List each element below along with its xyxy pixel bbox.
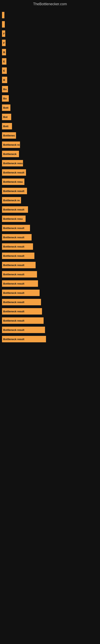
bottleneck-bar: Bott — [2, 104, 10, 111]
bar-row: F — [2, 39, 98, 47]
bottleneck-bar: E — [2, 58, 6, 64]
bar-row: Bottleneck re — [2, 141, 98, 148]
bar-row: Bottleneck resu — [2, 160, 98, 167]
bottleneck-bar — [2, 12, 4, 18]
bar-row: B — [2, 76, 98, 84]
bar-row: Bottleneck result — [2, 280, 98, 288]
bottleneck-bar: Bottleneck result — [2, 336, 46, 342]
bottleneck-bar: Bottleneck result — [2, 188, 27, 194]
bottleneck-bar: Bottleneck result — [2, 206, 28, 213]
bar-row: Bottleneck result — [2, 206, 98, 213]
bar-row: Bottleneck result — [2, 270, 98, 278]
bottleneck-bar: Bottleneck result — [2, 169, 26, 176]
bottleneck-bar: Bottleneck resu — [2, 178, 24, 185]
bar-row: Bottleneck result — [2, 298, 98, 306]
bottleneck-bar: F — [2, 30, 5, 37]
bottleneck-bar: Bott — [2, 123, 12, 130]
bar-row: Bottleneck result — [2, 335, 98, 343]
bottleneck-bar: Bottlenec — [2, 132, 16, 139]
bar-row: B — [2, 48, 98, 56]
bar-row: Bottleneck result — [2, 308, 98, 315]
bar-row: Bo — [2, 85, 98, 93]
bottleneck-bar: Bottleneck result — [2, 225, 30, 231]
bottleneck-bar: Bottleneck result — [2, 262, 36, 268]
bar-row: Bottleneck result — [2, 261, 98, 269]
bar-row: F — [2, 30, 98, 38]
bar-row: Bottleneck result — [2, 289, 98, 297]
bottleneck-bar: Bottleneck result — [2, 252, 34, 259]
bar-row: Bottleneck — [2, 150, 98, 158]
bar-row: Bottleneck result — [2, 252, 98, 260]
bottleneck-bar: F — [2, 40, 6, 46]
bottleneck-bar: Bo — [2, 86, 8, 92]
bar-row — [2, 20, 98, 28]
site-title: TheBottlenecker.com — [0, 0, 100, 7]
bar-row: Bottleneck result — [2, 169, 98, 176]
bottleneck-bar: Bottleneck re — [2, 142, 20, 148]
bar-row: Bottleneck result — [2, 326, 98, 334]
bar-row: Bottleneck result — [2, 234, 98, 241]
bottleneck-bar: B — [2, 49, 6, 55]
bar-row: E — [2, 67, 98, 74]
bottleneck-bar: B — [2, 77, 7, 83]
bar-row: Bottleneck resu — [2, 178, 98, 186]
bottleneck-bar: Bottleneck — [2, 151, 19, 157]
bar-row: Bottleneck result — [2, 317, 98, 324]
bottleneck-bar: Bottleneck result — [2, 234, 32, 240]
bar-row: E — [2, 58, 98, 65]
bar-row: Bottleneck re — [2, 196, 98, 204]
bottleneck-bar: Bottleneck result — [2, 327, 45, 333]
bottleneck-bar: Bottleneck resu — [2, 160, 23, 166]
bottleneck-bar: Bottleneck result — [2, 271, 37, 278]
bottleneck-bar: Bottleneck result — [2, 317, 44, 324]
bottleneck-bar: Bottleneck result — [2, 243, 33, 250]
bar-row: Bottlenec — [2, 132, 98, 139]
bottleneck-bar: Bottleneck result — [2, 290, 40, 296]
bar-row: Bottleneck resu — [2, 215, 98, 222]
bottleneck-bar: Bo — [2, 95, 9, 102]
bar-row: Bot — [2, 113, 98, 121]
bars-container: FFBEEBBoBoBottBotBottBottlenecBottleneck… — [0, 7, 100, 348]
bar-row: Bo — [2, 94, 98, 102]
bottleneck-bar: E — [2, 68, 7, 74]
bar-row: Bottleneck result — [2, 224, 98, 232]
bottleneck-bar: Bottleneck result — [2, 299, 41, 305]
bar-row: Bott — [2, 122, 98, 130]
bar-row — [2, 11, 98, 19]
bar-row: Bottleneck result — [2, 187, 98, 195]
bottleneck-bar: Bot — [2, 114, 11, 120]
bar-row: Bottleneck result — [2, 243, 98, 250]
bottleneck-bar: Bottleneck result — [2, 308, 42, 314]
bottleneck-bar: Bottleneck re — [2, 197, 21, 204]
bar-row: Bott — [2, 104, 98, 112]
bottleneck-bar — [2, 21, 5, 28]
bottleneck-bar: Bottleneck result — [2, 280, 38, 287]
bottleneck-bar: Bottleneck resu — [2, 216, 26, 222]
